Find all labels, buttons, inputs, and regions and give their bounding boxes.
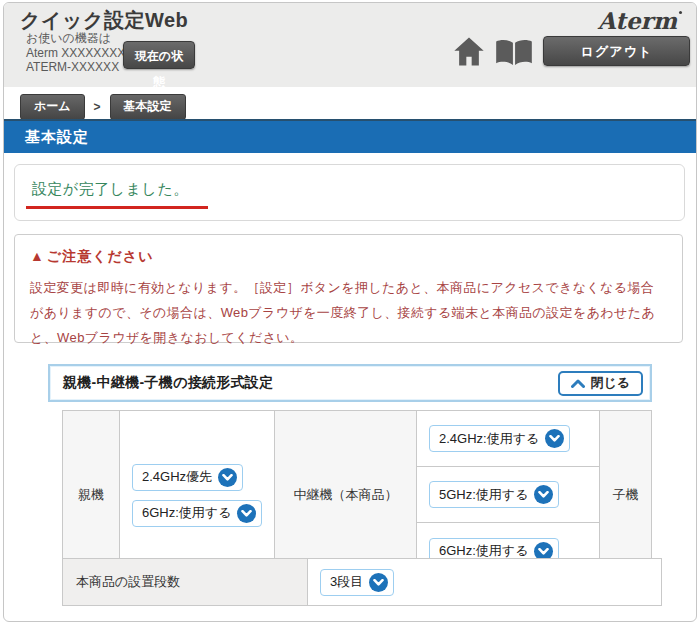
notice-title: ▲ご注意ください xyxy=(30,248,667,266)
placement-table: 本商品の設置段数 3段目 xyxy=(62,558,662,606)
breadcrumb: ホーム > 基本設定 xyxy=(20,94,186,120)
current-status-button[interactable]: 現在の状態 xyxy=(123,41,195,69)
connection-settings-table: 親機 2.4GHz優先 6GHz:使用する 中継機（本商品） 2.4GHz:使用… xyxy=(62,410,652,580)
home-icon[interactable] xyxy=(453,36,485,70)
dropdown-value: 2.4GHz優先 xyxy=(142,468,212,486)
parent-2-4ghz-select[interactable]: 2.4GHz優先 xyxy=(132,464,243,491)
dropdown-value: 5GHz:使用する xyxy=(439,486,528,504)
repeater-2-4ghz-cell: 2.4GHz:使用する xyxy=(417,411,600,467)
notice-body: 設定変更は即時に有効となります。［設定］ボタンを押したあと、本商品にアクセスでき… xyxy=(30,275,667,350)
chevron-down-icon xyxy=(545,429,564,448)
notice-title-text: ご注意ください xyxy=(47,248,154,264)
child-device-label-cell: 子機 xyxy=(600,411,652,580)
collapse-button-label: 閉じる xyxy=(590,374,630,392)
table-row: 本商品の設置段数 3段目 xyxy=(63,559,662,606)
collapse-panel-button[interactable]: 閉じる xyxy=(558,371,643,396)
chevron-up-icon xyxy=(571,379,585,388)
manual-book-icon[interactable] xyxy=(494,39,534,69)
page-title-bar: 基本設定 xyxy=(4,119,696,153)
header: クイック設定Web お使いの機器は Aterm XXXXXXXX ATERM-X… xyxy=(4,3,696,87)
red-underline xyxy=(26,206,208,209)
device-intro: お使いの機器は xyxy=(26,31,125,46)
chevron-down-icon xyxy=(369,573,388,592)
aterm-logo: Aterm xyxy=(598,7,682,34)
app-title: クイック設定Web xyxy=(20,7,188,34)
dropdown-value: 6GHz:使用する xyxy=(142,504,231,522)
placement-label-cell: 本商品の設置段数 xyxy=(63,559,308,606)
chevron-down-icon xyxy=(218,468,237,487)
success-message: 設定が完了しました。 xyxy=(32,180,189,199)
chevron-down-icon xyxy=(534,485,553,504)
warning-triangle-icon: ▲ xyxy=(30,248,45,264)
parent-6ghz-select[interactable]: 6GHz:使用する xyxy=(132,500,262,527)
placement-tier-select[interactable]: 3段目 xyxy=(320,569,394,596)
table-row: 親機 2.4GHz優先 6GHz:使用する 中継機（本商品） 2.4GHz:使用… xyxy=(63,411,652,467)
dropdown-value: 2.4GHz:使用する xyxy=(439,430,539,448)
quick-setup-page: クイック設定Web お使いの機器は Aterm XXXXXXXX ATERM-X… xyxy=(3,2,697,622)
panel-title: 親機-中継機-子機の接続形式設定 xyxy=(50,374,273,392)
connection-settings-panel-header: 親機-中継機-子機の接続形式設定 閉じる xyxy=(48,364,652,402)
repeater-2-4ghz-select[interactable]: 2.4GHz:使用する xyxy=(429,425,570,452)
breadcrumb-current-button[interactable]: 基本設定 xyxy=(110,94,186,120)
parent-dropdown-cell: 2.4GHz優先 6GHz:使用する xyxy=(120,411,275,580)
parent-device-label-cell: 親機 xyxy=(63,411,120,580)
notice-box: ▲ご注意ください 設定変更は即時に有効となります。［設定］ボタンを押したあと、本… xyxy=(14,234,683,343)
page-title: 基本設定 xyxy=(4,121,696,152)
repeater-5ghz-cell: 5GHz:使用する xyxy=(417,467,600,523)
dropdown-value: 3段目 xyxy=(330,573,363,591)
repeater-device-label-cell: 中継機（本商品） xyxy=(275,411,417,580)
repeater-5ghz-select[interactable]: 5GHz:使用する xyxy=(429,481,559,508)
placement-value-cell: 3段目 xyxy=(308,559,662,606)
breadcrumb-home-button[interactable]: ホーム xyxy=(20,94,85,120)
device-model: Aterm XXXXXXXX xyxy=(26,46,125,61)
device-info: お使いの機器は Aterm XXXXXXXX ATERM-XXXXXX xyxy=(26,31,125,75)
chevron-down-icon xyxy=(237,504,256,523)
breadcrumb-separator: > xyxy=(94,100,101,114)
success-message-box: 設定が完了しました。 xyxy=(14,164,685,221)
device-name: ATERM-XXXXXX xyxy=(26,60,125,75)
logout-button[interactable]: ログアウト xyxy=(543,36,690,66)
